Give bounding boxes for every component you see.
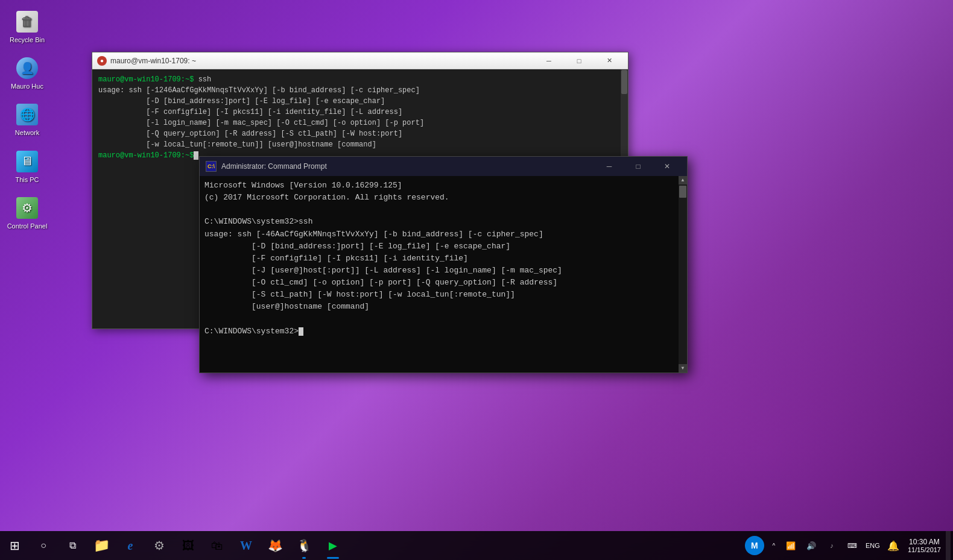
desktop-icon-network[interactable]: 🌐 Network bbox=[3, 99, 51, 140]
tray-network-icon[interactable]: 📶 bbox=[781, 531, 800, 560]
cmd-scroll-thumb[interactable] bbox=[679, 186, 686, 198]
ssh-maximize-button[interactable]: □ bbox=[565, 55, 593, 67]
recycle-bin-icon: 🗑 bbox=[15, 10, 39, 34]
tray-volume-icon[interactable]: 🔊 bbox=[802, 531, 821, 560]
taskbar-app-ie[interactable]: e bbox=[116, 531, 145, 560]
task-view-button[interactable]: ⧉ bbox=[58, 531, 87, 560]
cmd-usage-line4: [-J [user@]host[:port]] [-L address] [-l… bbox=[204, 265, 682, 277]
cmd-window[interactable]: C:\ Administrator: Command Prompt ─ □ ✕ … bbox=[199, 156, 688, 373]
start-button[interactable]: ⊞ bbox=[0, 531, 29, 560]
tray-notification-icon[interactable]: 🔔 bbox=[884, 531, 903, 560]
taskbar-app-terminal[interactable]: ▶ bbox=[318, 531, 347, 560]
tray-lang-icon[interactable]: ENG bbox=[863, 531, 882, 560]
cmd-titlebar[interactable]: C:\ Administrator: Command Prompt ─ □ ✕ bbox=[200, 157, 687, 176]
desktop-icons: 🗑 Recycle Bin 👤 Mauro Huc 🌐 Network 🖥 Th… bbox=[3, 6, 51, 234]
cmd-usage-line1: usage: ssh [-46AaCfGgKkMNnqsTtVvXxYy] [-… bbox=[204, 228, 682, 241]
settings-icon: ⚙ bbox=[154, 538, 165, 553]
taskbar: ⊞ ○ ⧉ 📁 e ⚙ 🖼 🛍 bbox=[0, 531, 953, 560]
cmd-prompt2-line: C:\WINDOWS\system32> bbox=[204, 326, 682, 338]
taskbar-app-photos[interactable]: 🖼 bbox=[174, 531, 203, 560]
ssh-scroll-thumb[interactable] bbox=[621, 70, 627, 94]
ssh-titlebar[interactable]: ● mauro@vm-win10-1709: ~ ─ □ ✕ bbox=[92, 52, 628, 69]
control-panel-icon: ⚙ bbox=[15, 196, 39, 220]
control-panel-label: Control Panel bbox=[7, 222, 48, 230]
taskbar-apps: 📁 e ⚙ 🖼 🛍 W 🦊 bbox=[87, 531, 742, 560]
cmd-scroll-down-button[interactable]: ▼ bbox=[679, 364, 687, 373]
search-button[interactable]: ○ bbox=[29, 531, 58, 560]
ie-icon: e bbox=[128, 539, 133, 553]
cmd-title-text: Administrator: Command Prompt bbox=[221, 162, 590, 171]
recycle-bin-label: Recycle Bin bbox=[10, 36, 45, 44]
tray-clock[interactable]: 10:30 AM 11/15/2017 bbox=[904, 531, 945, 560]
tray-keyboard-icon[interactable]: ⌨ bbox=[843, 531, 862, 560]
desktop-icon-control-panel[interactable]: ⚙ Control Panel bbox=[3, 192, 51, 234]
cmd-terminal-body[interactable]: Microsoft Windows [Version 10.0.16299.12… bbox=[200, 176, 687, 373]
firefox-icon: 🦊 bbox=[268, 538, 283, 553]
tray-speaker-icon[interactable]: ♪ bbox=[822, 531, 841, 560]
ssh-prompt-line: mauro@vm-win10-1709:~$ ssh bbox=[98, 74, 622, 85]
network-icon: 🌐 bbox=[15, 102, 39, 127]
cmd-copyright: (c) 2017 Microsoft Corporation. All righ… bbox=[204, 192, 682, 204]
cmd-usage-line2: [-D [bind_address:]port] [-E log_file] [… bbox=[204, 241, 682, 253]
ssh-usage-line2: [-D [bind_address:]port] [-E log_file] [… bbox=[98, 96, 622, 107]
desktop-icon-mauro-huc[interactable]: 👤 Mauro Huc bbox=[3, 52, 51, 94]
ssh-title-icon: ● bbox=[97, 56, 107, 66]
ssh-usage-line4: [-l login_name] [-m mac_spec] [-O ctl_cm… bbox=[98, 118, 622, 128]
photos-icon: 🖼 bbox=[182, 539, 194, 553]
cmd-usage-line5: [-O ctl_cmd] [-o option] [-p port] [-Q q… bbox=[204, 277, 682, 289]
word-icon: W bbox=[240, 539, 252, 553]
tray-lang-label: ENG bbox=[866, 542, 880, 549]
cmd-prompt1-line: C:\WINDOWS\system32>ssh bbox=[204, 216, 682, 228]
mauro-huc-label: Mauro Huc bbox=[11, 83, 43, 90]
cmd-usage-line3: [-F configfile] [-I pkcs11] [-i identity… bbox=[204, 253, 682, 265]
this-pc-label: This PC bbox=[15, 176, 39, 184]
terminal-icon: ▶ bbox=[329, 539, 337, 552]
store-icon: 🛍 bbox=[211, 539, 223, 553]
tray-chevron-button[interactable]: ^ bbox=[768, 531, 780, 560]
ssh-usage-line1: usage: ssh [-1246AaCfGgKkMNnqsTtVvXxYy] … bbox=[98, 85, 622, 96]
cmd-scrollbar[interactable]: ▲ ▼ bbox=[679, 176, 687, 373]
tray-show-desktop-button[interactable] bbox=[946, 531, 951, 560]
tray-time-display: 10:30 AM bbox=[909, 538, 940, 546]
ssh-usage-line5: [-Q query_option] [-R address] [-S ctl_p… bbox=[98, 128, 622, 139]
mauro-huc-icon: 👤 bbox=[15, 56, 39, 80]
cmd-usage-line7: [user@]hostname [command] bbox=[204, 301, 682, 313]
taskbar-app-firefox[interactable]: 🦊 bbox=[261, 531, 290, 560]
cmd-usage-line6: [-S ctl_path] [-W host:port] [-w local_t… bbox=[204, 289, 682, 301]
ssh-usage-line6: [-w local_tun[:remote_tun]] [user@]hostn… bbox=[98, 139, 622, 150]
cmd-minimize-button[interactable]: ─ bbox=[595, 159, 623, 174]
network-label: Network bbox=[15, 129, 39, 137]
cmd-windows-version: Microsoft Windows [Version 10.0.16299.12… bbox=[204, 180, 682, 192]
ubuntu-icon: 🐧 bbox=[297, 538, 312, 553]
taskbar-app-word[interactable]: W bbox=[232, 531, 261, 560]
cmd-title-icon: C:\ bbox=[206, 161, 217, 172]
ssh-close-button[interactable]: ✕ bbox=[595, 55, 623, 67]
ssh-minimize-button[interactable]: ─ bbox=[535, 55, 563, 67]
cmd-maximize-button[interactable]: □ bbox=[624, 159, 652, 174]
this-pc-icon: 🖥 bbox=[15, 149, 39, 174]
cmd-window-buttons: ─ □ ✕ bbox=[595, 159, 681, 174]
taskbar-app-explorer[interactable]: 📁 bbox=[87, 531, 116, 560]
taskbar-app-settings[interactable]: ⚙ bbox=[145, 531, 174, 560]
ssh-title-text: mauro@vm-win10-1709: ~ bbox=[110, 57, 531, 65]
desktop-icon-this-pc[interactable]: 🖥 This PC bbox=[3, 146, 51, 187]
tray-user-avatar[interactable]: M bbox=[745, 536, 764, 555]
desktop-icon-recycle-bin[interactable]: 🗑 Recycle Bin bbox=[3, 6, 51, 48]
taskbar-app-store[interactable]: 🛍 bbox=[203, 531, 232, 560]
desktop: 🗑 Recycle Bin 👤 Mauro Huc 🌐 Network 🖥 Th… bbox=[0, 0, 953, 560]
taskbar-app-ubuntu[interactable]: 🐧 bbox=[290, 531, 318, 560]
ssh-window-buttons: ─ □ ✕ bbox=[535, 55, 623, 67]
cmd-close-button[interactable]: ✕ bbox=[653, 159, 681, 174]
system-tray: M ^ 📶 🔊 ♪ ⌨ ENG 🔔 10:30 AM 11/15/2017 bbox=[742, 531, 953, 560]
tray-date-display: 11/15/2017 bbox=[908, 546, 941, 553]
ssh-usage-line3: [-F configfile] [-I pkcs11] [-i identity… bbox=[98, 107, 622, 118]
cmd-scroll-up-button[interactable]: ▲ bbox=[679, 176, 687, 184]
explorer-icon: 📁 bbox=[93, 538, 110, 553]
